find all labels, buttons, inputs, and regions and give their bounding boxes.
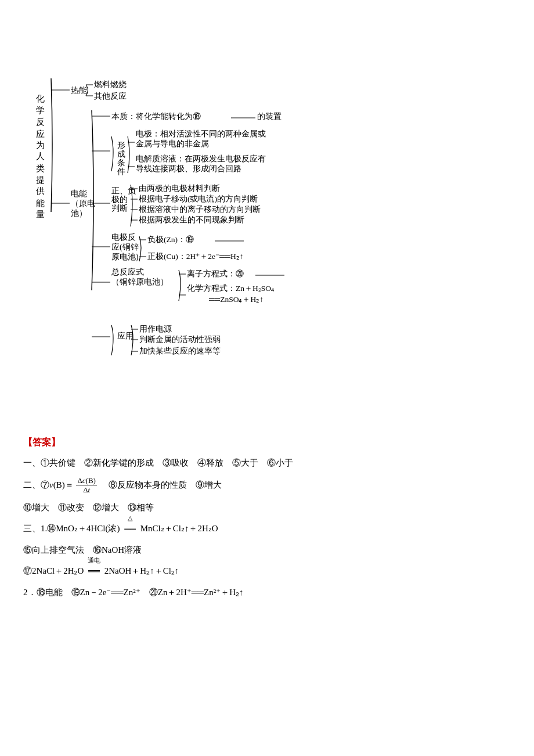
root-label: 化	[37, 94, 45, 103]
total-brace	[179, 270, 181, 301]
nature-text2: 的装置	[257, 112, 282, 121]
electrode-label2: 应(铜锌	[111, 243, 139, 252]
mindmap-area: 化 学 反 应 为 人 类 提 供 能 量 热能 燃料燃烧 其他反应 电能	[23, 17, 511, 426]
total-chem-label: 化学方程式：Zn＋H₂SO₄	[187, 284, 275, 293]
apply-items-brace	[131, 325, 133, 355]
formation-label3: 条	[117, 159, 125, 167]
apply-item2: 判断金属的活动性强弱	[139, 335, 221, 344]
electrode-label3: 原电池)	[111, 253, 139, 262]
judge-item2: 根据电子移动(或电流)的方向判断	[139, 195, 258, 203]
root-label9: 供	[37, 187, 45, 196]
formation-items-brace	[128, 136, 129, 173]
thermal-label: 热能	[71, 86, 87, 95]
formation-label4: 件	[117, 167, 125, 176]
electrical-label1: 电能	[71, 189, 87, 198]
answer-line2-prefix: 二、⑦v(B)＝	[23, 480, 74, 489]
triangle-arrow: △ ══	[124, 520, 136, 537]
answer-line2-suffix: ⑧反应物本身的性质 ⑨增大	[100, 480, 222, 489]
fraction-vc: Δc(B) Δt	[76, 476, 97, 495]
apply-item1: 用作电源	[139, 325, 172, 333]
electrode-pos: 正极(Cu)：2H⁺＋2e⁻══H₂↑	[147, 252, 244, 261]
answer-line4: 三、1.⑭MnO₂＋4HCl(浓) △ ══ MnCl₂＋Cl₂↑＋2H₂O	[23, 520, 511, 537]
electrical-label3: 池）	[71, 209, 87, 218]
main-container: 化 学 反 应 为 人 类 提 供 能 量 热能 燃料燃烧 其他反应 电能	[23, 17, 511, 605]
total-chem-formula: ══ZnSO₄＋H₂↑	[208, 295, 264, 304]
electrode-label1: 电极反	[111, 233, 136, 242]
total-label2: （铜锌原电池）	[111, 278, 168, 286]
formation-item1-line2: 金属与导电的非金属	[136, 139, 209, 148]
answer-line1-text: 一、①共价键 ②新化学键的形成 ③吸收 ④释放 ⑤大于 ⑥小于	[23, 458, 293, 467]
thermal-item1: 燃料燃烧	[94, 80, 127, 89]
root-label3: 反	[37, 117, 45, 126]
answer-line4-suffix: MnCl₂＋Cl₂↑＋2H₂O	[140, 524, 218, 533]
answer-section: 【答案】 一、①共价键 ②新化学键的形成 ③吸收 ④释放 ⑤大于 ⑥小于 二、⑦…	[23, 437, 511, 605]
root-label10: 能	[37, 199, 45, 207]
answer-line1: 一、①共价键 ②新化学键的形成 ③吸收 ④释放 ⑤大于 ⑥小于	[23, 455, 511, 471]
answer-line3-text: ⑩增大 ⑪改变 ⑫增大 ⑬相等	[23, 503, 154, 512]
formation-item1-line1: 电极：相对活泼性不同的两种金属或	[136, 129, 266, 138]
root-label4: 应	[37, 129, 45, 138]
root-brace	[51, 78, 52, 212]
electrode-neg-label: 负极(Zn)：⑲	[147, 235, 194, 244]
root-label11: 量	[37, 210, 45, 218]
root-label5: 为	[37, 141, 45, 150]
answer-line6-prefix: ⑰2NaCl＋2H₂O	[23, 566, 84, 575]
judge-label2: 极的	[111, 195, 128, 204]
formation-label: 形	[117, 141, 125, 150]
electrical-label2: （原电	[71, 199, 95, 208]
formation-item2-line2: 导线连接两极、形成闭合回路	[136, 164, 241, 173]
electric-arrow: 通电 ══	[88, 563, 100, 579]
root-label7: 类	[37, 164, 45, 172]
answer-line6-suffix: 2NaOH＋H₂↑＋Cl₂↑	[104, 566, 179, 575]
total-ionic-label: 离子方程式：⑳	[187, 269, 244, 278]
answer-line2: 二、⑦v(B)＝ Δc(B) Δt ⑧反应物本身的性质 ⑨增大	[23, 476, 511, 495]
answer-line7: 2．⑱电能 ⑲Zn－2e⁻══Zn²⁺ ⑳Zn＋2H⁺══Zn²⁺＋H₂↑	[23, 584, 511, 601]
answer-line3: ⑩增大 ⑪改变 ⑫增大 ⑬相等	[23, 499, 511, 516]
answer-line5-text: ⑮向上排空气法 ⑯NaOH溶液	[23, 545, 142, 555]
answer-line6: ⑰2NaCl＋2H₂O 通电 ══ 2NaOH＋H₂↑＋Cl₂↑	[23, 563, 511, 579]
answer-line4-text: 三、1.⑭MnO₂＋4HCl(浓)	[23, 524, 120, 533]
apply-label: 应用	[117, 332, 134, 340]
judge-item3: 根据溶液中的离子移动的方向判断	[139, 205, 261, 214]
root-label8: 提	[37, 175, 45, 185]
formation-label2: 成	[117, 150, 125, 159]
judge-label3: 判断	[111, 204, 128, 213]
root-label6: 人	[37, 152, 45, 161]
nature-text: 本质：将化学能转化为⑱	[111, 112, 201, 121]
judge-item4: 根据两极发生的不同现象判断	[139, 215, 244, 224]
total-label1: 总反应式	[111, 268, 144, 276]
thermal-item2: 其他反应	[94, 92, 127, 100]
formation-item2-line1: 电解质溶液：在两极发生电极反应有	[136, 154, 266, 163]
root-label2: 学	[37, 106, 45, 114]
apply-brace	[111, 325, 113, 355]
mindmap-svg: 化 学 反 应 为 人 类 提 供 能 量 热能 燃料燃烧 其他反应 电能	[23, 29, 511, 412]
answer-title: 【答案】	[23, 437, 511, 449]
apply-item3: 加快某些反应的速率等	[139, 347, 221, 355]
judge-item1: 由两极的电极材料判断	[139, 184, 220, 193]
formation-brace	[111, 136, 113, 171]
answer-line7-text: 2．⑱电能 ⑲Zn－2e⁻══Zn²⁺ ⑳Zn＋2H⁺══Zn²⁺＋H₂↑	[23, 588, 243, 597]
